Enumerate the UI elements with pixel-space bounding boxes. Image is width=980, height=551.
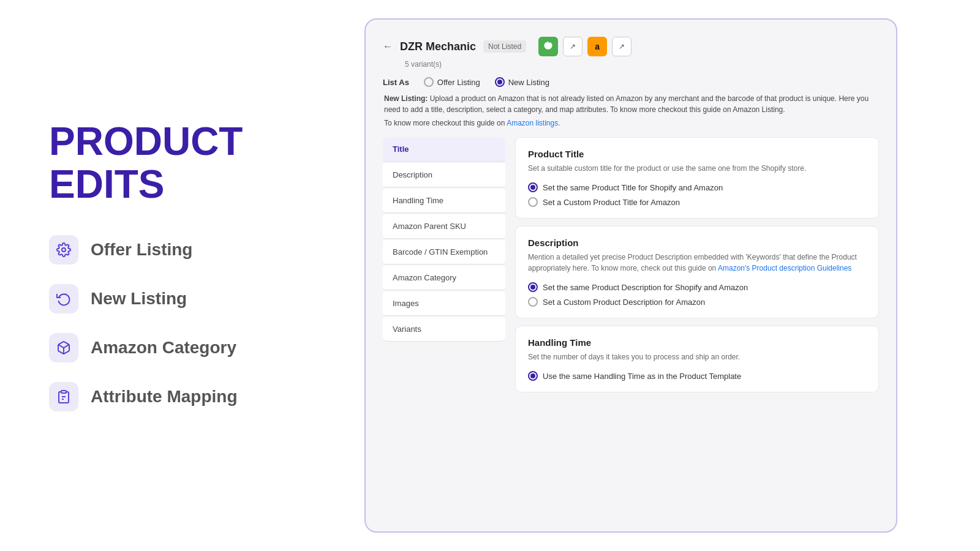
amazon-product-desc-link[interactable]: Amazon's Product description Guidelines bbox=[718, 264, 851, 272]
same-title-radio-circle bbox=[528, 182, 538, 192]
box-icon-container bbox=[49, 333, 78, 362]
product-title-desc: Set a suitable custom title for the prod… bbox=[528, 163, 866, 174]
custom-title-radio[interactable]: Set a Custom Product Title for Amazon bbox=[528, 197, 866, 207]
left-panel: PRODUCT EDITS Offer Listing New Listing bbox=[0, 83, 294, 468]
sidebar-item-offer-listing[interactable]: Offer Listing bbox=[49, 235, 257, 264]
shopify-external-link-btn[interactable]: ↗ bbox=[563, 37, 582, 56]
box-icon bbox=[56, 340, 71, 355]
offer-listing-radio-label: Offer Listing bbox=[437, 78, 480, 87]
amazon-listings-link-text: To know more checkout this guide on Amaz… bbox=[383, 118, 879, 129]
section-content: Product Title Set a suitable custom titl… bbox=[515, 137, 879, 517]
gear-icon bbox=[56, 242, 71, 257]
list-as-label: List As bbox=[383, 78, 409, 87]
offer-listing-radio[interactable]: Offer Listing bbox=[424, 77, 480, 87]
amazon-icon-btn[interactable]: a bbox=[587, 37, 607, 56]
content-area: Title Description Handling Time Amazon P… bbox=[383, 137, 879, 517]
custom-desc-label: Set a Custom Product Description for Ama… bbox=[543, 298, 705, 307]
list-as-row: List As Offer Listing New Listing bbox=[383, 77, 879, 87]
same-desc-radio[interactable]: Set the same Product Description for Sho… bbox=[528, 282, 866, 292]
sidebar-item-new-listing[interactable]: New Listing bbox=[49, 284, 257, 313]
sidebar-label-new-listing: New Listing bbox=[91, 289, 187, 309]
same-handling-radio[interactable]: Use the same Handling Time as in the Pro… bbox=[528, 371, 866, 381]
sidebar-item-attribute-mapping[interactable]: Attribute Mapping bbox=[49, 382, 257, 411]
back-button[interactable]: ← bbox=[383, 41, 393, 52]
nav-section-description[interactable]: Description bbox=[383, 163, 505, 187]
new-listing-radio-circle bbox=[495, 77, 505, 87]
svg-point-0 bbox=[62, 248, 66, 252]
right-panel: ← DZR Mechanic Not Listed ↗ a ↗ 5 varian… bbox=[294, 0, 980, 551]
refresh-icon-container bbox=[49, 284, 78, 313]
handling-time-desc: Set the number of days it takes you to p… bbox=[528, 351, 866, 362]
nav-section-handling-time[interactable]: Handling Time bbox=[383, 189, 505, 213]
variants-count: 5 variant(s) bbox=[405, 60, 879, 69]
sidebar-label-amazon-category: Amazon Category bbox=[91, 338, 236, 358]
amazon-listings-link[interactable]: Amazon listings. bbox=[507, 119, 560, 127]
description-bold-label: New Listing: bbox=[384, 94, 428, 103]
offer-listing-radio-circle bbox=[424, 77, 434, 87]
custom-desc-radio-circle bbox=[528, 297, 538, 307]
shopify-icon-btn[interactable] bbox=[538, 37, 558, 56]
shopify-icon bbox=[543, 42, 553, 51]
clipboard-icon-container bbox=[49, 382, 78, 411]
product-name: DZR Mechanic bbox=[400, 40, 476, 53]
gear-icon-container bbox=[49, 235, 78, 264]
custom-desc-radio[interactable]: Set a Custom Product Description for Ama… bbox=[528, 297, 866, 307]
custom-title-radio-circle bbox=[528, 197, 538, 207]
sidebar-label-offer-listing: Offer Listing bbox=[91, 240, 192, 260]
same-handling-label: Use the same Handling Time as in the Pro… bbox=[543, 372, 741, 381]
nav-section-barcode[interactable]: Barcode / GTIN Exemption bbox=[383, 240, 505, 264]
description-heading: Description bbox=[528, 238, 866, 248]
section-nav: Title Description Handling Time Amazon P… bbox=[383, 137, 505, 517]
card-header: ← DZR Mechanic Not Listed ↗ a ↗ bbox=[383, 37, 879, 56]
sidebar-item-amazon-category[interactable]: Amazon Category bbox=[49, 333, 257, 362]
handling-time-card: Handling Time Set the number of days it … bbox=[515, 326, 879, 392]
same-handling-radio-circle bbox=[528, 371, 538, 381]
nav-section-title[interactable]: Title bbox=[383, 137, 505, 162]
same-title-radio[interactable]: Set the same Product Title for Shopify a… bbox=[528, 182, 866, 192]
same-desc-label: Set the same Product Description for Sho… bbox=[543, 283, 748, 292]
description-card: Description Mention a detailed yet preci… bbox=[515, 226, 879, 318]
same-desc-radio-circle bbox=[528, 282, 538, 292]
clipboard-icon bbox=[56, 389, 71, 404]
product-title-card: Product Title Set a suitable custom titl… bbox=[515, 137, 879, 219]
new-listing-radio[interactable]: New Listing bbox=[495, 77, 549, 87]
custom-title-label: Set a Custom Product Title for Amazon bbox=[543, 198, 680, 207]
not-listed-badge: Not Listed bbox=[483, 40, 526, 53]
sidebar-label-attribute-mapping: Attribute Mapping bbox=[91, 387, 238, 407]
svg-rect-2 bbox=[61, 391, 66, 393]
description-desc: Mention a detailed yet precise Product D… bbox=[528, 252, 866, 274]
main-card: ← DZR Mechanic Not Listed ↗ a ↗ 5 varian… bbox=[364, 18, 897, 533]
amazon-external-link-btn[interactable]: ↗ bbox=[612, 37, 631, 56]
refresh-icon bbox=[56, 291, 71, 306]
new-listing-description: New Listing: Upload a product on Amazon … bbox=[383, 93, 879, 115]
page-title: PRODUCT EDITS bbox=[49, 120, 257, 206]
same-title-label: Set the same Product Title for Shopify a… bbox=[543, 183, 723, 192]
product-title-heading: Product Title bbox=[528, 149, 866, 159]
new-listing-radio-label: New Listing bbox=[508, 78, 549, 87]
nav-section-amazon-parent-sku[interactable]: Amazon Parent SKU bbox=[383, 214, 505, 239]
nav-section-variants[interactable]: Variants bbox=[383, 317, 505, 342]
nav-section-amazon-category[interactable]: Amazon Category bbox=[383, 266, 505, 290]
header-icons: ↗ a ↗ bbox=[538, 37, 631, 56]
nav-section-images[interactable]: Images bbox=[383, 291, 505, 316]
handling-time-heading: Handling Time bbox=[528, 337, 866, 348]
description-body: Upload a product on Amazon that is not a… bbox=[384, 94, 869, 114]
